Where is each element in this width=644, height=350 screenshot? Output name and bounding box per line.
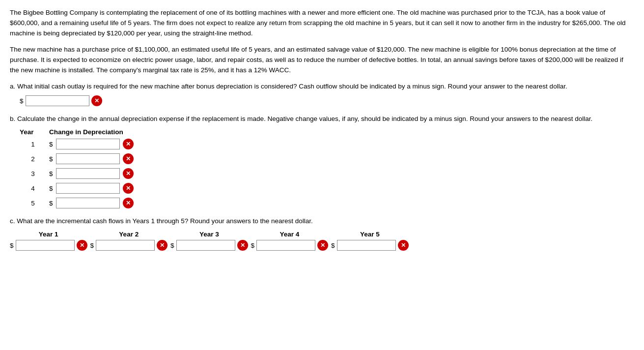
table-row: 3 $ bbox=[20, 168, 634, 179]
section-c-year3-dollar: $ bbox=[170, 242, 174, 249]
section-b: b. Calculate the change in the annual de… bbox=[10, 114, 634, 208]
section-c-year2-input[interactable] bbox=[96, 240, 155, 251]
section-c: c. What are the incremental cash flows i… bbox=[10, 216, 634, 251]
section-c-year1-input[interactable] bbox=[16, 240, 75, 251]
section-c-year5-clear[interactable] bbox=[398, 240, 409, 251]
section-c-year1-dollar: $ bbox=[10, 242, 14, 249]
section-c-year4-label: Year 4 bbox=[257, 231, 321, 238]
paragraph-1: The Bigbee Bottling Company is contempla… bbox=[10, 8, 634, 39]
section-a-clear-button[interactable] bbox=[91, 95, 102, 106]
year-5-clear-button[interactable] bbox=[123, 198, 134, 208]
year-2-input[interactable] bbox=[56, 153, 120, 164]
section-c-year2-dollar: $ bbox=[90, 242, 94, 249]
year-2-clear-button[interactable] bbox=[123, 153, 134, 164]
row-3-dollar: $ bbox=[49, 170, 53, 177]
row-1-dollar: $ bbox=[49, 141, 53, 148]
year-2-label: 2 bbox=[20, 155, 46, 163]
section-c-year2-label: Year 2 bbox=[97, 231, 161, 238]
section-c-year5-input[interactable] bbox=[337, 240, 396, 251]
year-3-label: 3 bbox=[20, 170, 46, 177]
table-row: 1 $ bbox=[20, 139, 634, 149]
section-c-year5-dollar: $ bbox=[331, 242, 335, 249]
section-c-year3-clear[interactable] bbox=[237, 240, 248, 251]
section-b-year-header: Year bbox=[20, 128, 49, 136]
section-a-input[interactable] bbox=[26, 95, 89, 106]
table-row: 4 $ bbox=[20, 183, 634, 194]
section-b-change-header: Change in Depreciation bbox=[49, 128, 157, 136]
section-a-input-row: $ bbox=[20, 95, 634, 106]
section-a-dollar: $ bbox=[20, 97, 24, 105]
year-1-input[interactable] bbox=[56, 139, 120, 149]
section-a-label: a. What initial cash outlay is required … bbox=[10, 82, 634, 92]
row-4-dollar: $ bbox=[49, 185, 53, 192]
section-b-header: Year Change in Depreciation bbox=[20, 128, 634, 136]
section-c-label: c. What are the incremental cash flows i… bbox=[10, 216, 634, 227]
table-row: 2 $ bbox=[20, 153, 634, 164]
row-5-dollar: $ bbox=[49, 200, 53, 207]
row-2-dollar: $ bbox=[49, 155, 53, 163]
section-c-year4-input[interactable] bbox=[256, 240, 315, 251]
section-c-year4-clear[interactable] bbox=[317, 240, 328, 251]
section-c-year3-label: Year 3 bbox=[177, 231, 241, 238]
section-c-year1-clear[interactable] bbox=[77, 240, 87, 251]
section-c-year3-input[interactable] bbox=[176, 240, 235, 251]
table-row: 5 $ bbox=[20, 198, 634, 208]
year-4-clear-button[interactable] bbox=[123, 183, 134, 194]
year-4-label: 4 bbox=[20, 185, 46, 192]
year-3-input[interactable] bbox=[56, 168, 120, 179]
section-a: a. What initial cash outlay is required … bbox=[10, 82, 634, 107]
section-c-year1-label: Year 1 bbox=[17, 231, 81, 238]
paragraph-2: The new machine has a purchase price of … bbox=[10, 45, 634, 76]
year-4-input[interactable] bbox=[56, 183, 120, 194]
year-3-clear-button[interactable] bbox=[123, 168, 134, 179]
section-c-year5-label: Year 5 bbox=[338, 231, 402, 238]
year-5-label: 5 bbox=[20, 200, 46, 207]
section-c-year4-dollar: $ bbox=[251, 242, 255, 249]
section-c-year2-clear[interactable] bbox=[157, 240, 168, 251]
year-1-label: 1 bbox=[20, 141, 46, 148]
section-b-table: Year Change in Depreciation 1 $ 2 $ 3 $ … bbox=[20, 128, 634, 208]
section-b-label: b. Calculate the change in the annual de… bbox=[10, 114, 634, 124]
year-5-input[interactable] bbox=[56, 198, 120, 208]
year-1-clear-button[interactable] bbox=[123, 139, 134, 149]
